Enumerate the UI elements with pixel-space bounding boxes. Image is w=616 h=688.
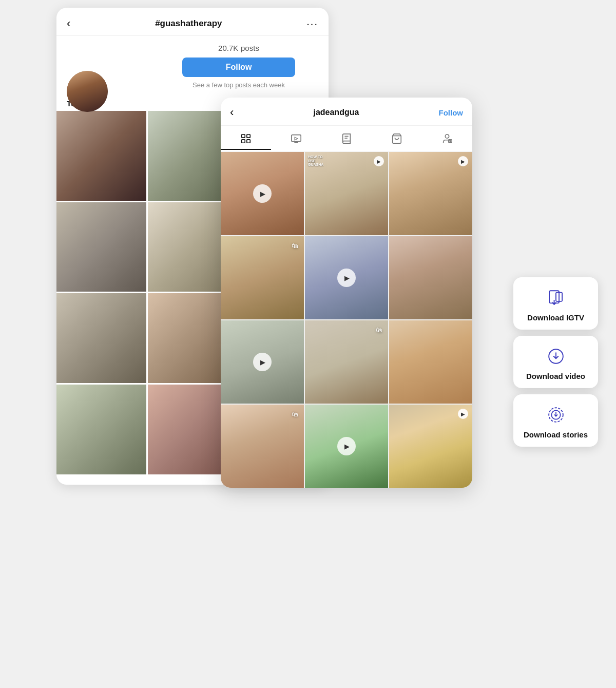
video-label: Download video	[526, 372, 585, 381]
svg-rect-3	[247, 140, 250, 143]
list-item[interactable]	[305, 405, 388, 488]
play-icon	[337, 269, 356, 287]
stories-label: Download stories	[524, 430, 588, 439]
list-item[interactable]	[56, 202, 146, 292]
video-indicator-icon: ▶	[458, 156, 468, 166]
list-item[interactable]: 🛍	[221, 405, 304, 488]
video-indicator-icon: ▶	[374, 156, 384, 166]
hashtag-more-button[interactable]: ···	[306, 18, 318, 30]
download-igtv-button[interactable]: Download IGTV	[513, 277, 598, 330]
download-video-button[interactable]: Download video	[513, 336, 598, 388]
hashtag-back-button[interactable]: ‹	[67, 17, 70, 30]
tab-grid[interactable]	[221, 128, 271, 149]
list-item[interactable]	[389, 236, 472, 319]
igtv-download-icon	[545, 286, 567, 309]
profile-username: jadeandgua	[313, 108, 359, 117]
hashtag-stats: 20.7K posts Follow See a few top posts e…	[113, 43, 364, 89]
list-item[interactable]	[305, 236, 388, 319]
list-item[interactable]: HOW TOUSEGUASHA ▶	[305, 152, 388, 235]
hashtag-sub-text: See a few top posts each week	[192, 81, 285, 89]
svg-rect-1	[247, 135, 250, 138]
profile-card: ‹ jadeandgua Follow	[221, 98, 472, 488]
grid-icon	[240, 133, 252, 144]
profile-tabs	[221, 126, 472, 152]
play-icon	[253, 353, 272, 371]
svg-point-8	[445, 135, 449, 138]
list-item[interactable]: 🛍	[305, 320, 388, 404]
list-item[interactable]	[221, 152, 304, 235]
list-item[interactable]: ▶	[389, 405, 472, 488]
tv-icon	[291, 133, 302, 144]
profile-grid: HOW TOUSEGUASHA ▶ ▶ 🛍 🛍	[221, 152, 472, 488]
shopping-icon: 🛍	[290, 409, 300, 419]
play-icon	[337, 437, 356, 455]
list-item[interactable]: ▶	[389, 152, 472, 235]
video-download-icon	[545, 345, 567, 368]
photo-label: HOW TOUSEGUASHA	[308, 155, 323, 167]
stories-download-icon	[545, 404, 567, 426]
shopping-icon: 🛍	[290, 240, 300, 251]
hashtag-title: #guashatherapy	[155, 18, 222, 29]
hashtag-header: ‹ #guashatherapy ···	[56, 8, 329, 36]
list-item[interactable]	[56, 385, 146, 474]
svg-rect-0	[242, 135, 245, 138]
svg-rect-2	[242, 140, 245, 143]
play-icon	[253, 184, 272, 203]
tab-tagged[interactable]	[422, 128, 472, 149]
profile-header: ‹ jadeandgua Follow	[221, 98, 472, 126]
profile-follow-button[interactable]: Follow	[438, 108, 463, 117]
shop-icon	[391, 133, 402, 144]
hashtag-follow-button[interactable]: Follow	[182, 58, 295, 77]
hashtag-avatar	[67, 71, 108, 112]
list-item[interactable]	[56, 111, 146, 201]
list-item[interactable]: 🛍	[221, 236, 304, 319]
profile-back-button[interactable]: ‹	[230, 106, 234, 119]
video-indicator-icon: ▶	[458, 409, 468, 419]
list-item[interactable]	[56, 293, 146, 383]
book-icon	[341, 133, 352, 144]
download-stories-button[interactable]: Download stories	[513, 394, 598, 447]
igtv-label: Download IGTV	[527, 313, 584, 322]
list-item[interactable]	[221, 320, 304, 404]
tab-igtv[interactable]	[271, 128, 321, 149]
list-item[interactable]	[389, 320, 472, 404]
hashtag-posts-count: 20.7K posts	[218, 43, 259, 53]
shopping-icon: 🛍	[374, 324, 384, 335]
person-tag-icon	[441, 133, 453, 144]
tab-shop[interactable]	[372, 128, 422, 149]
tab-guides[interactable]	[321, 128, 372, 149]
fab-container: Download IGTV Download video Download st…	[513, 277, 598, 447]
